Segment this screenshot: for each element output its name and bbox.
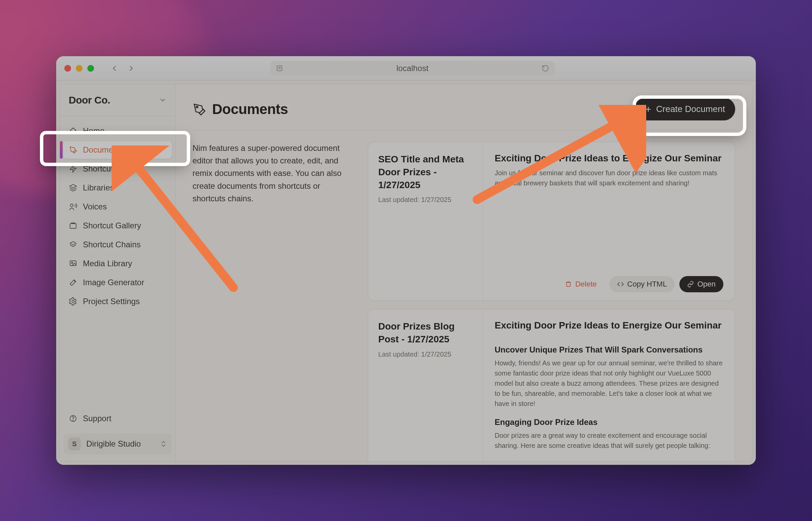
document-updated: Last updated: 1/27/2025 [378, 350, 473, 358]
svg-point-5 [70, 204, 73, 207]
sidebar-item-libraries[interactable]: Libraries [63, 179, 172, 197]
wand-icon [69, 278, 77, 287]
sidebar-item-documents[interactable]: Documents [63, 141, 172, 159]
sidebar-item-media-library[interactable]: Media Library [63, 255, 172, 272]
main-content: Documents Create Document Nim features a… [176, 84, 752, 461]
stack-icon [69, 183, 77, 192]
sidebar-item-shortcuts[interactable]: Shortcuts [63, 160, 172, 178]
org-name: Door Co. [69, 94, 110, 106]
page-title-text: Documents [212, 101, 288, 117]
zoom-window-button[interactable] [87, 65, 94, 72]
copy-html-button[interactable]: Copy HTML [609, 276, 675, 292]
svg-marker-7 [70, 242, 76, 245]
gallery-icon [69, 221, 77, 230]
trash-icon [565, 281, 572, 288]
create-document-button[interactable]: Create Document [634, 98, 735, 120]
sidebar-item-shortcut-chains[interactable]: Shortcut Chains [63, 236, 172, 253]
bolt-icon [69, 164, 77, 173]
chevron-up-down-icon [160, 440, 167, 448]
document-subheading: Uncover Unique Prizes That Will Spark Co… [495, 345, 723, 355]
sidebar-item-label: Support [83, 414, 111, 423]
document-card: SEO Title and Meta Door Prizes - 1/27/20… [368, 142, 735, 301]
sidebar-item-label: Shortcuts [83, 164, 117, 174]
document-body: Howdy, friends! As we gear up for our an… [495, 358, 723, 409]
close-window-button[interactable] [64, 65, 71, 72]
svg-point-13 [196, 106, 198, 108]
sidebar-item-label: Home [83, 126, 105, 136]
plus-icon [645, 106, 652, 113]
reader-icon [276, 65, 283, 72]
browser-toolbar: localhost [56, 56, 756, 81]
document-updated: Last updated: 1/27/2025 [378, 196, 473, 204]
document-list: SEO Title and Meta Door Prizes - 1/27/20… [368, 142, 735, 461]
document-subheading: Engaging Door Prize Ideas [495, 417, 723, 427]
address-bar[interactable]: localhost [270, 61, 555, 76]
workspace-label: Dirigible Studio [86, 439, 154, 449]
svg-marker-3 [70, 165, 76, 172]
sidebar-item-label: Voices [83, 202, 107, 211]
chevron-down-icon [159, 96, 166, 104]
document-actions: Delete Copy HTML Open [495, 457, 723, 461]
workspace-badge: S [68, 437, 81, 450]
reload-icon[interactable] [542, 65, 549, 72]
document-heading: Exciting Door Prize Ideas to Energize Ou… [495, 320, 723, 331]
document-actions: Delete Copy HTML Open [495, 269, 723, 292]
create-document-label: Create Document [656, 104, 725, 114]
sidebar-item-label: Shortcut Gallery [83, 221, 141, 230]
page-title: Documents [193, 101, 288, 117]
link-icon [687, 281, 694, 288]
document-body: Join us for our seminar and discover fun… [495, 168, 723, 188]
sidebar-item-support[interactable]: Support [63, 410, 172, 427]
sidebar-item-shortcut-gallery[interactable]: Shortcut Gallery [63, 217, 172, 234]
home-icon [69, 127, 77, 135]
open-button[interactable]: Open [679, 276, 723, 292]
minimize-window-button[interactable] [76, 65, 83, 72]
page-intro-text: Nim features a super-powered document ed… [193, 142, 352, 461]
gear-icon [69, 297, 77, 306]
svg-point-9 [71, 262, 73, 264]
document-card: Door Prizes Blog Post - 1/27/2025 Last u… [368, 309, 735, 461]
svg-point-10 [72, 300, 74, 303]
sidebar: Door Co. Home Documents [60, 84, 176, 461]
sidebar-item-home[interactable]: Home [63, 122, 172, 140]
address-text: localhost [397, 64, 429, 73]
pen-icon [69, 145, 77, 154]
svg-marker-4 [70, 184, 76, 188]
back-button[interactable] [108, 62, 121, 75]
sidebar-item-label: Project Settings [83, 297, 140, 306]
chain-icon [69, 240, 77, 249]
workspace-switcher[interactable]: S Dirigible Studio [63, 433, 172, 454]
primary-nav: Home Documents Shortcuts Libraries [60, 116, 175, 405]
voice-icon [69, 202, 77, 211]
sidebar-item-label: Image Generator [83, 278, 144, 287]
window-controls [64, 65, 94, 72]
sidebar-item-label: Media Library [83, 259, 132, 268]
document-title: Door Prizes Blog Post - 1/27/2025 [378, 320, 473, 346]
svg-point-12 [73, 420, 73, 421]
delete-button[interactable]: Delete [557, 276, 605, 292]
document-title: SEO Title and Meta Door Prizes - 1/27/20… [378, 153, 473, 191]
media-icon [69, 259, 77, 268]
help-icon [69, 414, 77, 423]
document-body: Door prizes are a great way to create ex… [495, 430, 723, 451]
sidebar-item-voices[interactable]: Voices [63, 198, 172, 216]
sidebar-item-label: Shortcut Chains [83, 240, 141, 249]
sidebar-item-label: Documents [83, 145, 124, 155]
sidebar-item-image-generator[interactable]: Image Generator [63, 274, 172, 291]
sidebar-item-project-settings[interactable]: Project Settings [63, 293, 172, 310]
code-icon [617, 281, 624, 288]
app-frame: Door Co. Home Documents [60, 84, 752, 461]
org-switcher[interactable]: Door Co. [60, 84, 175, 116]
document-heading: Exciting Door Prize Ideas to Energize Ou… [495, 153, 723, 164]
sidebar-item-label: Libraries [83, 183, 114, 192]
browser-window: localhost Door Co. Home [56, 56, 756, 465]
pen-nib-icon [193, 103, 206, 116]
forward-button[interactable] [125, 62, 138, 75]
svg-rect-6 [70, 224, 76, 228]
